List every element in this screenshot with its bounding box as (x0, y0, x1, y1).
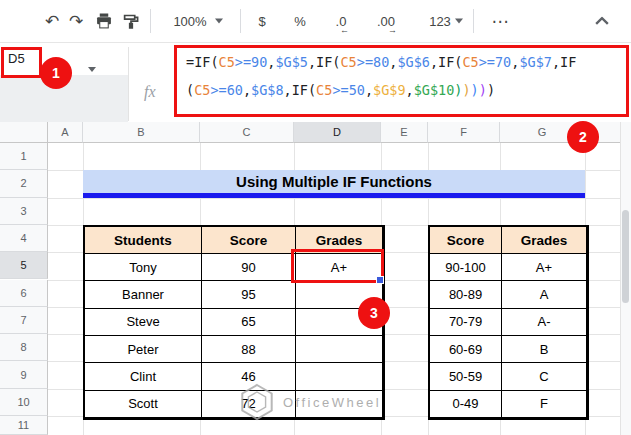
formula-token: , (284, 82, 292, 98)
formula-token: , (552, 54, 560, 70)
students-table-cell[interactable] (296, 336, 383, 363)
grade-scale-table-cell[interactable]: A (502, 281, 587, 308)
students-table-cell[interactable]: Tony (85, 254, 202, 281)
formula-token: C5 (316, 82, 332, 98)
grade-scale-table-cell[interactable]: 80-89 (430, 281, 502, 308)
toolbar-separator (473, 9, 474, 33)
toolbar-separator (240, 9, 241, 33)
title-banner-cell[interactable]: Using Multiple IF Functions (83, 170, 585, 198)
increase-decimal-arrow-icon: → (388, 25, 397, 35)
formula-token: >=70 (479, 54, 512, 70)
select-all-corner[interactable] (0, 122, 48, 143)
formula-token: , (430, 54, 438, 70)
formula-token: C5 (340, 54, 356, 70)
row-header-7[interactable]: 7 (0, 307, 48, 334)
grade-scale-table-cell[interactable]: 50-59 (430, 363, 502, 390)
format-currency-button[interactable]: $ (258, 14, 265, 29)
column-header-b[interactable]: B (83, 122, 200, 143)
row-header-8[interactable]: 8 (0, 334, 48, 361)
formula-input-line-1[interactable]: =IF(C5>=90,$G$5,IF(C5>=80,$G$6,IF(C5>=70… (186, 48, 576, 76)
formula-token: $G$5 (275, 54, 308, 70)
column-header-e[interactable]: E (381, 122, 428, 143)
fill-handle[interactable] (376, 276, 384, 284)
students-table-cell[interactable]: Clint (85, 363, 202, 390)
grade-scale-table-cell[interactable]: F (502, 391, 587, 418)
row-header-10[interactable]: 10 (0, 389, 48, 416)
grade-scale-table-cell[interactable]: 60-69 (430, 336, 502, 363)
officewheel-logo-icon (238, 383, 276, 421)
students-table-cell[interactable]: Scott (85, 391, 202, 418)
column-header-d[interactable]: D (294, 122, 381, 143)
chevron-down-icon[interactable] (215, 19, 223, 24)
formula-token: C5 (194, 82, 210, 98)
students-table-cell[interactable]: 95 (202, 281, 296, 308)
format-percent-button[interactable]: % (294, 14, 306, 29)
grade-scale-table-cell[interactable]: C (502, 363, 587, 390)
grade-scale-table-cell[interactable]: 0-49 (430, 391, 502, 418)
grade-scale-table-header-cell[interactable]: Score (430, 227, 502, 254)
row-header-4[interactable]: 4 (0, 225, 48, 252)
vertical-scrollbar-thumb[interactable] (622, 210, 629, 303)
name-box-dropdown-icon[interactable] (88, 58, 96, 76)
print-icon[interactable] (96, 13, 113, 30)
number-format-button[interactable]: 123 (429, 14, 451, 29)
students-table-cell[interactable]: Banner (85, 281, 202, 308)
zoom-select[interactable]: 100% (173, 14, 206, 29)
grade-scale-table-cell[interactable]: A- (502, 309, 587, 336)
formula-token: IF( (292, 82, 316, 98)
row-header-1[interactable]: 1 (0, 143, 48, 170)
paint-format-icon[interactable] (123, 13, 140, 30)
column-header-f[interactable]: F (428, 122, 500, 143)
formula-token: ) (479, 82, 487, 98)
formula-token: >=50 (332, 82, 365, 98)
students-table-cell[interactable]: 88 (202, 336, 296, 363)
row-header-11[interactable]: 11 (0, 416, 48, 435)
grade-scale-table-cell[interactable]: B (502, 336, 587, 363)
formula-token: $G$6 (397, 54, 430, 70)
students-table-cell[interactable]: 90 (202, 254, 296, 281)
formula-token: >=90 (235, 54, 268, 70)
students-table-cell[interactable]: Peter (85, 336, 202, 363)
formula-token: IF (560, 54, 576, 70)
more-options-icon[interactable]: ⋯ (492, 11, 509, 32)
column-header-a[interactable]: A (48, 122, 83, 143)
officewheel-watermark: OfficeWheel (238, 383, 381, 421)
formula-token: , (406, 82, 414, 98)
row-header-9[interactable]: 9 (0, 361, 48, 388)
row-header-5[interactable]: 5 (0, 252, 48, 279)
grade-scale-table-cell[interactable]: A+ (502, 254, 587, 281)
undo-icon[interactable]: ↶ (45, 11, 59, 32)
students-table-cell[interactable]: Steve (85, 309, 202, 336)
row-header-3[interactable]: 3 (0, 198, 48, 225)
formula-token: , (243, 82, 251, 98)
students-table-header-cell[interactable]: Grades (296, 227, 383, 254)
formula-token: ) (487, 82, 495, 98)
collapse-toolbar-icon[interactable] (595, 17, 609, 26)
formula-input-line-2[interactable]: (C5>=60,$G$8,IF(C5>=50,$G$9,$G$10))))) (186, 76, 495, 104)
grade-scale-table-cell[interactable]: 70-79 (430, 309, 502, 336)
row-header-6[interactable]: 6 (0, 280, 48, 307)
formula-token: ) (462, 82, 470, 98)
divider (128, 47, 129, 121)
grade-scale-table-cell[interactable]: 90-100 (430, 254, 502, 281)
watermark-text: OfficeWheel (283, 395, 381, 410)
formula-token: ) (471, 82, 479, 98)
grade-scale-table: ScoreGrades90-100A+80-89A70-79A-60-69B50… (428, 225, 589, 420)
name-box[interactable]: D5 (8, 51, 25, 66)
students-table-cell[interactable]: 65 (202, 309, 296, 336)
grade-scale-table-header-cell[interactable]: Grades (502, 227, 587, 254)
row-header-2[interactable]: 2 (0, 170, 48, 197)
students-table-header-cell[interactable]: Students (85, 227, 202, 254)
students-table-header-cell[interactable]: Score (202, 227, 296, 254)
students-table-cell[interactable]: A+ (296, 254, 383, 281)
column-header-c[interactable]: C (200, 122, 294, 143)
annotation-badge-3: 3 (358, 297, 390, 329)
fx-icon: fx (144, 83, 156, 101)
redo-icon[interactable]: ↷ (69, 11, 83, 32)
annotation-badge-2: 2 (567, 121, 599, 153)
banner-title: Using Multiple IF Functions (236, 173, 432, 190)
formula-token: $G$8 (251, 82, 284, 98)
formula-token: IF( (438, 54, 462, 70)
chevron-down-icon[interactable] (455, 19, 463, 24)
annotation-badge-1: 1 (40, 57, 72, 89)
